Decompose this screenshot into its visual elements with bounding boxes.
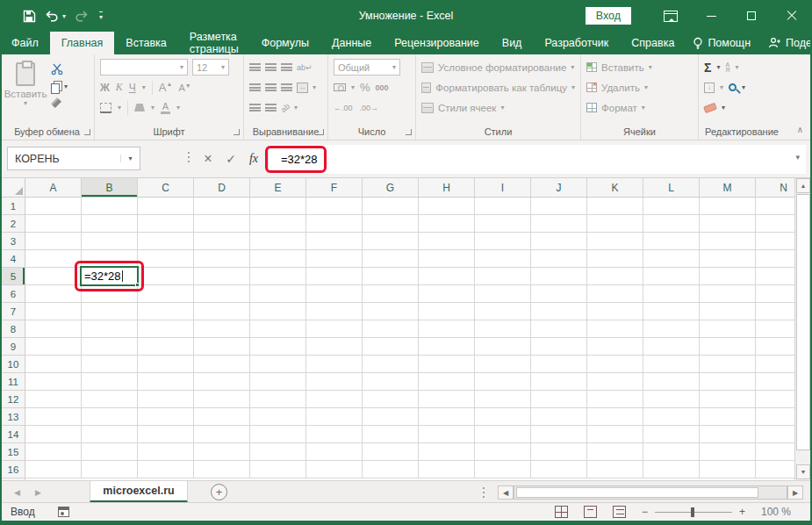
cell-N5[interactable]: [756, 268, 794, 285]
cell-G7[interactable]: [363, 303, 419, 320]
cell-M15[interactable]: [700, 443, 756, 461]
cell-F2[interactable]: [306, 215, 363, 233]
cell-E4[interactable]: [250, 250, 306, 268]
page-layout-view-icon[interactable]: [584, 506, 597, 518]
cell-K15[interactable]: [587, 443, 643, 461]
cell-K6[interactable]: [587, 285, 643, 303]
cell-H7[interactable]: [419, 303, 475, 320]
cell-J2[interactable]: [531, 215, 587, 233]
cell-E3[interactable]: [250, 233, 306, 250]
cell-A12[interactable]: [25, 391, 82, 408]
font-dialog-launcher[interactable]: [234, 129, 240, 135]
scroll-right-arrow-icon[interactable]: ▶: [787, 485, 803, 500]
tab-insert[interactable]: Вставка: [114, 32, 177, 54]
cell-A6[interactable]: [25, 285, 82, 303]
cell-H14[interactable]: [419, 426, 475, 443]
cell-E10[interactable]: [250, 356, 306, 373]
scroll-up-arrow-icon[interactable]: ▲: [796, 178, 810, 193]
cell-J6[interactable]: [531, 285, 587, 303]
cell-N9[interactable]: [756, 338, 794, 356]
select-all-corner[interactable]: [2, 178, 25, 198]
vertical-scrollbar[interactable]: ▲ ▼: [794, 178, 810, 480]
cell-B3[interactable]: [82, 233, 138, 250]
cell-F4[interactable]: [306, 250, 363, 268]
cut-icon[interactable]: [51, 63, 68, 76]
cell-B8[interactable]: [82, 320, 138, 338]
cell-M2[interactable]: [700, 215, 756, 233]
cell-J9[interactable]: [531, 338, 587, 356]
cell-C1[interactable]: [138, 198, 194, 215]
row-header-5[interactable]: 5: [2, 268, 25, 285]
cell-L12[interactable]: [643, 391, 700, 408]
row-header-14[interactable]: 14: [2, 426, 25, 443]
cell-D14[interactable]: [194, 426, 250, 443]
normal-view-icon[interactable]: [555, 506, 568, 518]
cell-N1[interactable]: [756, 198, 794, 215]
cell-I6[interactable]: [475, 285, 531, 303]
cell-M4[interactable]: [700, 250, 756, 268]
cell-N4[interactable]: [756, 250, 794, 268]
cell-I10[interactable]: [475, 356, 531, 373]
row-header-8[interactable]: 8: [2, 320, 25, 338]
cell-D12[interactable]: [194, 391, 250, 408]
cell-A4[interactable]: [25, 250, 82, 268]
cell-E6[interactable]: [250, 285, 306, 303]
cell-M13[interactable]: [700, 408, 756, 426]
cell-I7[interactable]: [475, 303, 531, 320]
cell-F16[interactable]: [306, 461, 363, 478]
cell-M16[interactable]: [700, 461, 756, 478]
font-size-select[interactable]: 12▾: [192, 59, 229, 76]
name-box[interactable]: КОРЕНЬ ▾: [7, 147, 140, 170]
row-header-9[interactable]: 9: [2, 338, 25, 356]
column-header-K[interactable]: K: [587, 178, 643, 197]
cell-I5[interactable]: [475, 268, 531, 285]
cell-F1[interactable]: [306, 198, 363, 215]
cell-C5[interactable]: [138, 268, 194, 285]
column-header-E[interactable]: E: [250, 178, 306, 197]
cell-D5[interactable]: [194, 268, 250, 285]
clear-eraser-icon[interactable]: [703, 102, 717, 112]
cell-E11[interactable]: [250, 373, 306, 391]
cell-A15[interactable]: [25, 443, 82, 461]
cell-G13[interactable]: [363, 408, 419, 426]
row-header-6[interactable]: 6: [2, 285, 25, 303]
cell-C8[interactable]: [138, 320, 194, 338]
row-header-16[interactable]: 16: [2, 461, 25, 478]
cell-B14[interactable]: [82, 426, 138, 443]
maximize-button[interactable]: [731, 0, 772, 32]
cell-L9[interactable]: [643, 338, 700, 356]
cell-L3[interactable]: [643, 233, 700, 250]
sheetbar-resize-dots[interactable]: [483, 487, 485, 489]
cell-N3[interactable]: [756, 233, 794, 250]
cell-J13[interactable]: [531, 408, 587, 426]
cell-G5[interactable]: [363, 268, 419, 285]
cell-N7[interactable]: [756, 303, 794, 320]
cell-M11[interactable]: [700, 373, 756, 391]
cell-C6[interactable]: [138, 285, 194, 303]
cell-G15[interactable]: [363, 443, 419, 461]
column-header-F[interactable]: F: [306, 178, 363, 197]
cell-B16[interactable]: [82, 461, 138, 478]
cell-K11[interactable]: [587, 373, 643, 391]
cell-A7[interactable]: [25, 303, 82, 320]
cell-B10[interactable]: [82, 356, 138, 373]
cell-A16[interactable]: [25, 461, 82, 478]
tab-developer[interactable]: Разработчик: [533, 32, 620, 54]
tab-home[interactable]: Главная: [50, 32, 115, 54]
cell-J5[interactable]: [531, 268, 587, 285]
insert-function-button[interactable]: fx: [242, 147, 265, 170]
cell-G10[interactable]: [363, 356, 419, 373]
cell-A10[interactable]: [25, 356, 82, 373]
cell-A5[interactable]: [25, 268, 82, 285]
cell-D3[interactable]: [194, 233, 250, 250]
column-header-N[interactable]: N: [756, 178, 794, 197]
customize-qat-icon[interactable]: ▾: [99, 11, 103, 21]
zoom-out-button[interactable]: −: [642, 506, 648, 518]
cell-C13[interactable]: [138, 408, 194, 426]
cell-N10[interactable]: [756, 356, 794, 373]
cell-A9[interactable]: [25, 338, 82, 356]
cell-E12[interactable]: [250, 391, 306, 408]
cell-L14[interactable]: [643, 426, 700, 443]
horizontal-scrollbar[interactable]: [514, 485, 787, 500]
row-header-7[interactable]: 7: [2, 303, 25, 320]
